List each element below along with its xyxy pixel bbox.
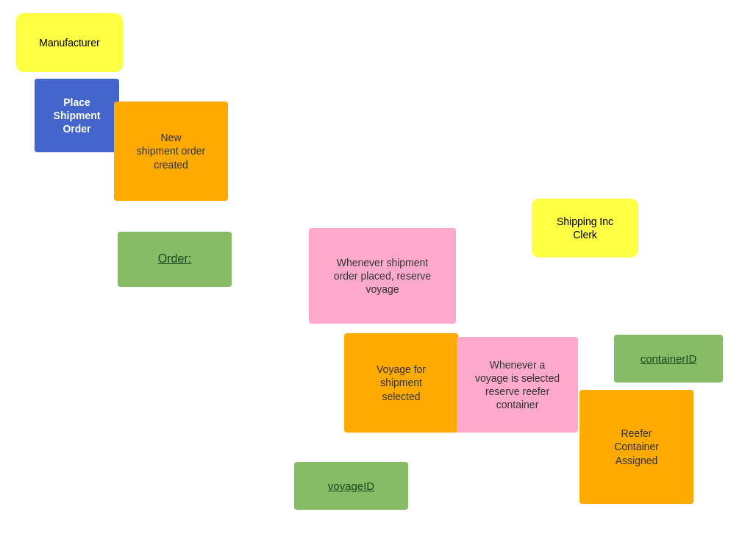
order-label: Order: xyxy=(158,252,191,267)
order-node: Order: xyxy=(118,232,232,287)
reefer-container-assigned-label: ReeferContainerAssigned xyxy=(614,427,659,467)
container-id-label: containerID xyxy=(641,352,697,366)
place-shipment-order-label: PlaceShipmentOrder xyxy=(54,96,101,136)
new-shipment-order-created-label: Newshipment ordercreated xyxy=(137,131,205,171)
voyage-for-shipment-selected-label: Voyage forshipmentselected xyxy=(377,363,426,403)
manufacturer-node: Manufacturer xyxy=(16,13,123,72)
whenever-voyage-selected-label: Whenever avoyage is selectedreserve reef… xyxy=(475,358,560,412)
manufacturer-label: Manufacturer xyxy=(39,36,99,49)
new-shipment-order-created-node: Newshipment ordercreated xyxy=(114,102,228,201)
voyage-id-label: voyageID xyxy=(328,479,374,494)
place-shipment-order-node: PlaceShipmentOrder xyxy=(35,79,119,152)
voyage-for-shipment-selected-node: Voyage forshipmentselected xyxy=(344,333,458,433)
voyage-id-node: voyageID xyxy=(294,462,408,510)
whenever-shipment-order-placed-node: Whenever shipmentorder placed, reservevo… xyxy=(309,228,456,324)
whenever-shipment-order-placed-label: Whenever shipmentorder placed, reservevo… xyxy=(334,256,431,296)
shipping-inc-clerk-label: Shipping IncClerk xyxy=(557,215,613,241)
whenever-voyage-selected-node: Whenever avoyage is selectedreserve reef… xyxy=(457,337,578,433)
reefer-container-assigned-node: ReeferContainerAssigned xyxy=(580,390,693,504)
container-id-node: containerID xyxy=(614,335,723,383)
shipping-inc-clerk-node: Shipping IncClerk xyxy=(532,199,638,257)
